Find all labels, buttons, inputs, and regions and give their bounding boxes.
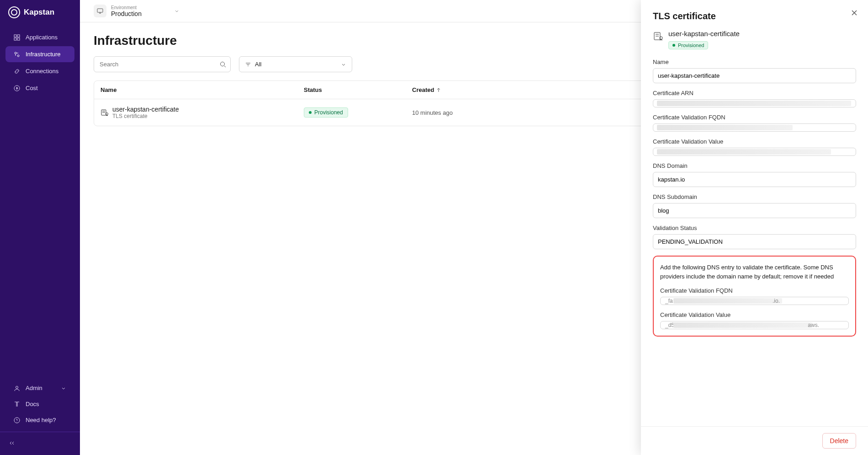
svg-rect-0 xyxy=(14,35,16,37)
field-label-fqdn: Certificate Validation FQDN xyxy=(653,114,856,121)
certificate-icon xyxy=(653,31,664,42)
callout-value-input[interactable]: _d5 aws. xyxy=(660,321,849,329)
chevron-down-icon xyxy=(174,8,180,14)
sidebar-item-label: Connections xyxy=(26,68,58,75)
sidebar-item-cost[interactable]: Cost xyxy=(5,80,74,96)
sidebar-item-admin[interactable]: Admin xyxy=(5,380,74,396)
dns-callout: Add the following DNS entry to validate … xyxy=(653,256,856,337)
value-input[interactable] xyxy=(653,148,856,156)
callout-fqdn-input[interactable]: _fa .io. xyxy=(660,297,849,305)
details-panel: TLS certificate user-kapstan-certificate… xyxy=(641,0,868,455)
search-input[interactable] xyxy=(94,56,231,72)
dns-domain-input[interactable] xyxy=(653,172,856,187)
table-header-status[interactable]: Status xyxy=(304,86,412,93)
logo[interactable]: Kapstan xyxy=(0,0,80,25)
filter-icon xyxy=(245,61,251,68)
logo-text: Kapstan xyxy=(24,8,54,17)
status-badge: Provisioned xyxy=(304,107,348,118)
chevron-down-icon xyxy=(61,385,66,391)
sidebar-item-label: Infrastructure xyxy=(26,51,61,58)
svg-point-4 xyxy=(15,52,16,54)
row-subtitle: TLS certificate xyxy=(112,113,179,119)
sidebar-item-label: Admin xyxy=(26,385,42,391)
sidebar-item-label: Need help? xyxy=(26,417,56,423)
row-name: user-kapstan-certificate xyxy=(112,106,179,113)
callout-text: Add the following DNS entry to validate … xyxy=(660,263,849,281)
cost-icon xyxy=(14,85,20,91)
table-header-name[interactable]: Name xyxy=(101,86,304,93)
validation-status-input[interactable] xyxy=(653,234,856,249)
svg-point-7 xyxy=(16,386,18,388)
name-input[interactable] xyxy=(653,68,856,83)
field-label-arn: Certificate ARN xyxy=(653,90,856,96)
svg-point-10 xyxy=(221,62,225,66)
environment-selector[interactable]: Environment Production xyxy=(94,5,180,17)
search-input-wrapper xyxy=(94,56,231,72)
svg-rect-2 xyxy=(14,38,16,40)
sidebar-item-docs[interactable]: Docs xyxy=(5,396,74,412)
sidebar: Kapstan Applications Infrastructure Conn… xyxy=(0,0,80,455)
callout-value-label: Certificate Validation Value xyxy=(660,311,849,318)
status-badge: Provisioned xyxy=(668,41,708,49)
dns-subdomain-input[interactable] xyxy=(653,203,856,218)
collapse-sidebar-button[interactable] xyxy=(0,436,80,450)
arn-input[interactable] xyxy=(653,99,856,107)
fqdn-input[interactable] xyxy=(653,123,856,132)
logo-icon xyxy=(8,6,20,18)
connections-icon xyxy=(14,68,20,75)
arrow-up-icon xyxy=(436,87,441,93)
sidebar-item-label: Cost xyxy=(26,85,38,91)
docs-icon xyxy=(14,401,20,407)
svg-rect-3 xyxy=(17,38,20,40)
sidebar-item-applications[interactable]: Applications xyxy=(5,29,74,45)
field-label-dns-domain: DNS Domain xyxy=(653,162,856,169)
filter-value: All xyxy=(255,61,261,68)
help-icon xyxy=(14,417,20,423)
callout-fqdn-label: Certificate Validation FQDN xyxy=(660,287,849,294)
applications-icon xyxy=(14,34,20,41)
panel-cert-name: user-kapstan-certificate xyxy=(668,30,740,37)
panel-title: TLS certificate xyxy=(653,11,856,21)
field-label-name: Name xyxy=(653,59,856,65)
sidebar-item-label: Applications xyxy=(26,34,58,41)
svg-point-5 xyxy=(17,55,19,57)
infrastructure-icon xyxy=(14,51,20,58)
close-button[interactable] xyxy=(851,9,858,16)
sidebar-item-help[interactable]: Need help? xyxy=(5,412,74,428)
field-label-value: Certificate Validation Value xyxy=(653,138,856,145)
env-label: Environment xyxy=(111,5,142,10)
chevron-down-icon xyxy=(341,62,346,67)
field-label-validation-status: Validation Status xyxy=(653,225,856,231)
admin-icon xyxy=(14,385,20,391)
monitor-icon xyxy=(94,5,106,17)
sidebar-item-infrastructure[interactable]: Infrastructure xyxy=(5,46,74,62)
svg-rect-1 xyxy=(17,35,20,37)
search-icon xyxy=(220,61,226,68)
svg-rect-9 xyxy=(97,9,103,12)
sidebar-item-connections[interactable]: Connections xyxy=(5,63,74,79)
delete-button[interactable]: Delete xyxy=(822,433,856,449)
env-value: Production xyxy=(111,10,142,17)
filter-dropdown[interactable]: All xyxy=(239,56,352,72)
sidebar-item-label: Docs xyxy=(26,401,39,407)
certificate-icon xyxy=(101,108,109,117)
field-label-dns-subdomain: DNS Subdomain xyxy=(653,193,856,200)
